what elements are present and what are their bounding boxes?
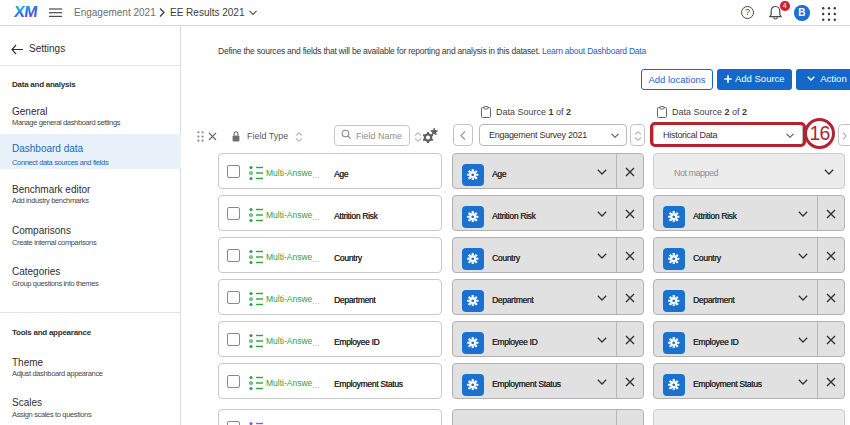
svg-text:XM: XM [13,2,38,20]
